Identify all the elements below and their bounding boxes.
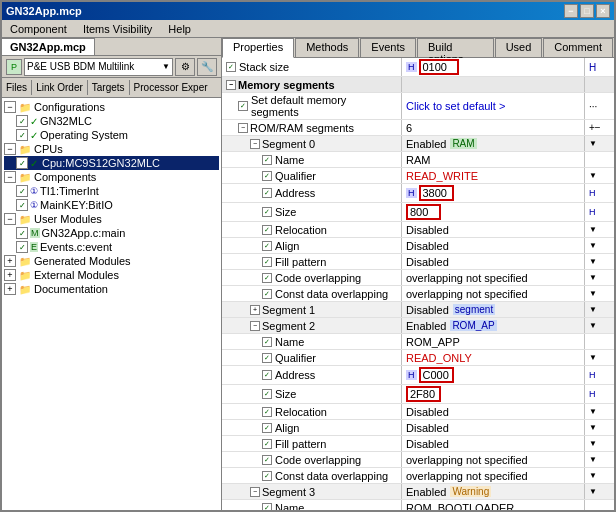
seg2-reloc-dropdown[interactable]: ▼ — [589, 407, 597, 416]
tree-item-components[interactable]: − 📁 Components — [4, 170, 219, 184]
tab-events[interactable]: Events — [360, 38, 416, 57]
stack-size-right-icon: H — [589, 62, 596, 73]
expand-memory-seg[interactable]: − — [226, 80, 236, 90]
stack-size-label: Stack size — [239, 61, 289, 73]
tree-item-mainkey[interactable]: ✓ ① MainKEY:BitIO — [4, 198, 219, 212]
tree-item-events[interactable]: ✓ E Events.c:event — [4, 240, 219, 254]
tree-item-main[interactable]: ✓ M GN32App.c:main — [4, 226, 219, 240]
check-seg0-addr[interactable]: ✓ — [262, 188, 272, 198]
seg2-qual-dropdown[interactable]: ▼ — [589, 353, 597, 362]
h-badge-seg0-addr: H — [406, 188, 417, 198]
expand-configurations[interactable]: − — [4, 101, 16, 113]
menu-help[interactable]: Help — [160, 21, 199, 37]
left-tab-bar: GN32App.mcp — [2, 38, 221, 56]
build-icon-btn[interactable]: 🔧 — [197, 58, 217, 76]
rom-ram-minus[interactable]: − — [595, 122, 601, 133]
files-tab[interactable]: Files — [2, 80, 32, 95]
check-seg0-size[interactable]: ✓ — [262, 207, 272, 217]
menu-items-visibility[interactable]: Items Visibility — [75, 21, 160, 37]
processor-tab[interactable]: Processor Exper — [130, 80, 212, 95]
tab-properties[interactable]: Properties — [222, 38, 294, 58]
expand-components[interactable]: − — [4, 171, 16, 183]
seg2-constovlp-dropdown[interactable]: ▼ — [589, 471, 597, 480]
main-window: GN32App.mcp − □ × Component Items Visibi… — [0, 0, 616, 512]
tab-comment[interactable]: Comment — [543, 38, 613, 57]
programmer-combo[interactable]: P&E USB BDM Multilink ▼ — [24, 58, 173, 76]
tree-item-cpu1[interactable]: ✓ ✓ Cpu:MC9S12GN32MLC — [4, 156, 219, 170]
seg0-codeovlp-dropdown[interactable]: ▼ — [589, 273, 597, 282]
row-seg0-reloc: ✓Relocation Disabled ▼ — [222, 222, 614, 238]
tree-item-docs[interactable]: + 📁 Documentation — [4, 282, 219, 296]
seg0-size-input[interactable]: 800 — [406, 204, 441, 220]
minimize-button[interactable]: − — [564, 4, 578, 18]
check-icon-cpu1: ✓ — [30, 158, 38, 169]
label-extmodules: External Modules — [34, 269, 119, 281]
expand-seg0[interactable]: − — [250, 139, 260, 149]
seg0-dropdown[interactable]: ▼ — [589, 139, 597, 148]
check-seg0-name[interactable]: ✓ — [262, 155, 272, 165]
expand-cpus[interactable]: − — [4, 143, 16, 155]
expand-seg2[interactable]: − — [250, 321, 260, 331]
memory-seg-value-cell — [402, 77, 584, 92]
seg2-address-input[interactable]: C000 — [419, 367, 454, 383]
folder-icon-cpus: 📁 — [18, 143, 32, 155]
seg2-size-input[interactable]: 2F80 — [406, 386, 441, 402]
seg0-align-dropdown[interactable]: ▼ — [589, 241, 597, 250]
expand-seg1[interactable]: + — [250, 305, 260, 315]
row-seg0-constovlp: ✓Const data overlapping overlapping not … — [222, 286, 614, 302]
seg0-name-label: ✓ Name — [222, 152, 402, 167]
check-set-default[interactable]: ✓ — [238, 101, 248, 111]
stack-size-value[interactable]: 0100 — [419, 59, 459, 75]
check-stack-size[interactable]: ✓ — [226, 62, 236, 72]
seg2-dropdown[interactable]: ▼ — [589, 321, 597, 330]
expand-usermodules[interactable]: − — [4, 213, 16, 225]
seg0-reloc-dropdown[interactable]: ▼ — [589, 225, 597, 234]
tab-used[interactable]: Used — [495, 38, 543, 57]
seg0-addr-label: ✓ Address — [222, 184, 402, 202]
expand-genmodules[interactable]: + — [4, 255, 16, 267]
h-badge-stack: H — [406, 62, 417, 72]
tree-item-os[interactable]: ✓ ✓ Operating System — [4, 128, 219, 142]
seg1-dropdown[interactable]: ▼ — [589, 305, 597, 314]
tree-item-gn32mlc[interactable]: ✓ ✓ GN32MLC — [4, 114, 219, 128]
seg0-addr-h: H — [589, 188, 596, 198]
expand-rom-ram[interactable]: − — [238, 123, 248, 133]
tab-methods[interactable]: Methods — [295, 38, 359, 57]
close-button[interactable]: × — [596, 4, 610, 18]
seg0-fill-dropdown[interactable]: ▼ — [589, 257, 597, 266]
stack-size-right-cell: H — [584, 58, 614, 76]
seg2-size-h: H — [589, 389, 596, 399]
targets-tab[interactable]: Targets — [88, 80, 130, 95]
expand-extmodules[interactable]: + — [4, 269, 16, 281]
tab-gn32app[interactable]: GN32App.mcp — [2, 38, 95, 55]
seg2-align-dropdown[interactable]: ▼ — [589, 423, 597, 432]
tree-item-cpus[interactable]: − 📁 CPUs — [4, 142, 219, 156]
expand-docs[interactable]: + — [4, 283, 16, 295]
tree-item-usermodules[interactable]: − 📁 User Modules — [4, 212, 219, 226]
check-seg0-qual[interactable]: ✓ — [262, 171, 272, 181]
tree-item-ti1[interactable]: ✓ ① TI1:TimerInt — [4, 184, 219, 198]
expand-seg3[interactable]: − — [250, 487, 260, 497]
set-default-value-cell[interactable]: Click to set default > — [402, 93, 584, 119]
memory-seg-label: Memory segments — [238, 79, 335, 91]
seg0-qual-dropdown[interactable]: ▼ — [589, 171, 597, 180]
seg3-dropdown[interactable]: ▼ — [589, 487, 597, 496]
seg0-address-input[interactable]: 3800 — [419, 185, 454, 201]
seg2-fill-dropdown[interactable]: ▼ — [589, 439, 597, 448]
seg0-tag: RAM — [450, 138, 476, 149]
maximize-button[interactable]: □ — [580, 4, 594, 18]
menu-component[interactable]: Component — [2, 21, 75, 37]
tab-build-options[interactable]: Build options — [417, 38, 494, 57]
seg0-constovlp-dropdown[interactable]: ▼ — [589, 289, 597, 298]
tree-item-extmodules[interactable]: + 📁 External Modules — [4, 268, 219, 282]
check-cpu1: ✓ — [16, 157, 28, 169]
check-main: ✓ — [16, 227, 28, 239]
seg2-codeovlp-dropdown[interactable]: ▼ — [589, 455, 597, 464]
link-order-tab[interactable]: Link Order — [32, 80, 88, 95]
tree-item-configurations[interactable]: − 📁 Configurations — [4, 100, 219, 114]
set-default-label: Set default memory segments — [251, 94, 397, 118]
tree-item-genmodules[interactable]: + 📁 Generated Modules — [4, 254, 219, 268]
seg0-label: Segment 0 — [262, 138, 315, 150]
settings-icon-btn[interactable]: ⚙ — [175, 58, 195, 76]
set-default-value[interactable]: Click to set default > — [406, 100, 505, 112]
